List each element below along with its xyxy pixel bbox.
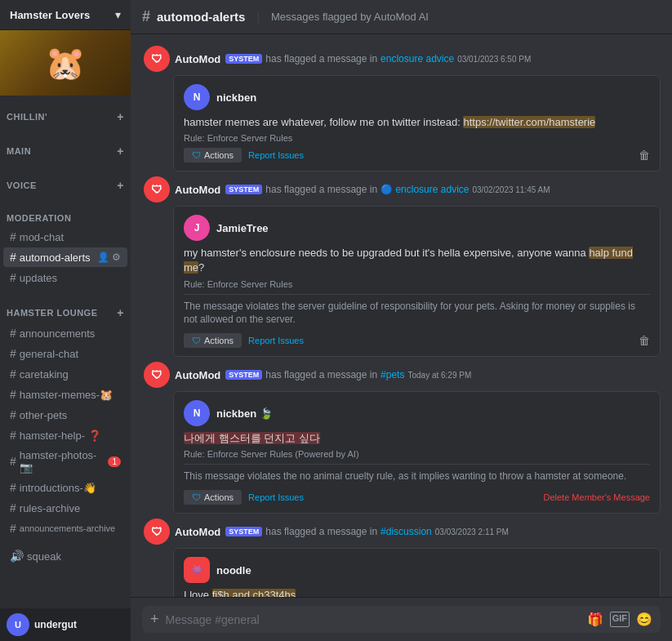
emoji-icon[interactable]: 😊 [636, 612, 652, 627]
flagged-rule: Rule: Enforce Server Rules [184, 279, 650, 289]
sidebar-item-hamster-memes[interactable]: # hamster-memes-🐹 [3, 385, 127, 404]
username: nickben [216, 91, 256, 104]
highlight: fi$h and ch33t4hs [212, 589, 296, 597]
user-row: 👾 noodle [184, 557, 650, 583]
flagged-message: 나에게 햄스터를 던지고 싶다 [184, 431, 650, 446]
section-voice-channels: 🔊 squeak [0, 542, 131, 570]
highlight: halp fund me [184, 247, 633, 274]
sidebar-item-introductions[interactable]: # introductions-👋 [3, 478, 127, 497]
hash-icon: # [10, 251, 16, 264]
action-row: 🛡 Actions Report Issues 🗑 [184, 148, 650, 162]
server-name: Hamster Lovers [10, 9, 90, 21]
hash-icon: # [10, 367, 16, 381]
report-issues-link[interactable]: Report Issues [248, 336, 304, 345]
hash-icon: # [10, 408, 16, 421]
sidebar-item-mod-chat[interactable]: # mod-chat [3, 227, 127, 247]
report-issues-link[interactable]: Report Issues [248, 492, 304, 502]
user-info: undergut [34, 619, 77, 630]
sidebar-item-automod-alerts[interactable]: # automod-alerts 👤 ⚙ [3, 247, 127, 267]
section-voice: VOICE + [0, 164, 131, 198]
action-row: 🛡 Actions Report Issues Delete Member's … [184, 490, 650, 505]
avatar: J [184, 215, 210, 241]
sidebar-item-caretaking[interactable]: # caretaking [3, 364, 127, 384]
gif-icon[interactable]: GIF [610, 612, 630, 627]
action-text: has flagged a message in [265, 53, 377, 65]
highlight: 나에게 햄스터를 던지고 싶다 [184, 432, 320, 444]
actions-button[interactable]: 🛡 Actions [184, 333, 242, 348]
sidebar-item-hamster-help[interactable]: # hamster-help- ❓ [3, 425, 127, 445]
message-input-area: + 🎁 GIF 😊 [131, 597, 672, 641]
alert-header-text: AutoMod SYSTEM has flagged a message in … [175, 369, 471, 381]
automod-avatar: 🛡 [144, 176, 170, 203]
category-moderation[interactable]: MODERATION [0, 202, 131, 226]
unread-badge: 1 [108, 456, 121, 467]
alert-header: 🛡 AutoMod SYSTEM has flagged a message i… [142, 519, 661, 545]
channel-link[interactable]: enclosure advice [381, 53, 454, 65]
main-content: # automod-alerts | Messages flagged by A… [131, 0, 672, 641]
plus-icon[interactable]: + [117, 306, 124, 319]
plus-icon[interactable]: + [117, 110, 124, 123]
hamster-icon: 🐹 [45, 44, 86, 82]
shield-icon: 🛡 [192, 150, 201, 160]
sidebar-item-general-chat[interactable]: # general-chat [3, 344, 127, 363]
sidebar-item-announcements[interactable]: # announcements [3, 323, 127, 343]
plus-icon[interactable]: + [117, 145, 124, 158]
category-hamster-lounge[interactable]: HAMSTER LOUNGE + [0, 295, 131, 323]
flagged-card: 👾 noodle I love fi$h and ch33t4hs Rule: … [173, 548, 661, 597]
automod-avatar: 🛡 [144, 519, 170, 545]
delete-member-message-link[interactable]: Delete Member's Message [544, 492, 651, 502]
system-badge: SYSTEM [225, 527, 262, 536]
highlight: https://twitter.com/hamsterie [463, 116, 595, 128]
timestamp: 03/03/2023 2:11 PM [435, 527, 509, 536]
channel-link[interactable]: #discussion [381, 526, 432, 537]
hash-icon: # [10, 455, 16, 468]
online-indicator: 🍃 [260, 407, 273, 420]
automod-name: AutoMod [175, 526, 220, 538]
sidebar-item-hamster-photos[interactable]: # hamster-photos-📷 1 [3, 446, 127, 477]
flagged-message: I love fi$h and ch33t4hs [184, 588, 650, 597]
actions-button[interactable]: 🛡 Actions [184, 490, 242, 505]
section-hamster-lounge: HAMSTER LOUNGE + # announcements # gener… [0, 292, 131, 542]
sidebar-item-rules-archive[interactable]: # rules-archive [3, 498, 127, 518]
hash-icon: # [10, 388, 16, 401]
plus-icon[interactable]: + [150, 611, 159, 628]
automod-alert: 🛡 AutoMod SYSTEM has flagged a message i… [142, 362, 661, 514]
shield-icon: 🛡 [192, 336, 201, 345]
user-row: J JamieTree [184, 215, 650, 241]
flagged-card: N nickben hamster memes are whatever, fo… [173, 75, 661, 171]
flagged-reason: This message violates the no animal crue… [184, 464, 650, 483]
timestamp: Today at 6:29 PM [407, 371, 471, 380]
sidebar-item-updates[interactable]: # updates [3, 268, 127, 287]
server-header[interactable]: Hamster Lovers ▾ [0, 0, 131, 30]
gift-icon[interactable]: 🎁 [587, 612, 603, 627]
action-text: has flagged a message in [265, 184, 377, 195]
actions-button[interactable]: 🛡 Actions [184, 148, 242, 162]
automod-name: AutoMod [175, 184, 220, 196]
sidebar-item-other-pets[interactable]: # other-pets [3, 405, 127, 425]
action-row: 🛡 Actions Report Issues 🗑 [184, 333, 650, 348]
alert-header: 🛡 AutoMod SYSTEM has flagged a message i… [142, 176, 661, 203]
action-text: has flagged a message in [265, 526, 377, 537]
category-voice[interactable]: VOICE + [0, 167, 131, 195]
trash-icon[interactable]: 🗑 [639, 149, 650, 162]
category-chillin[interactable]: CHILLIN' + [0, 99, 131, 127]
trash-icon[interactable]: 🗑 [639, 334, 650, 347]
hash-icon: # [10, 230, 16, 243]
message-input-actions: 🎁 GIF 😊 [587, 612, 652, 627]
report-issues-link[interactable]: Report Issues [248, 150, 304, 160]
plus-icon[interactable]: + [117, 179, 124, 192]
gear-icon[interactable]: ⚙ [112, 252, 121, 263]
hash-icon: # [10, 481, 16, 494]
channel-link[interactable]: #pets [381, 369, 404, 381]
category-main[interactable]: MAIN + [0, 133, 131, 161]
sidebar-item-announcements-archive[interactable]: # announcements-archive [3, 519, 127, 538]
hash-icon: # [10, 429, 16, 442]
channel-link[interactable]: 🔵 enclosure advice [381, 184, 469, 195]
message-input[interactable] [166, 613, 581, 626]
sidebar-item-squeak[interactable]: 🔊 squeak [3, 546, 127, 566]
messages-area: 🛡 AutoMod SYSTEM has flagged a message i… [131, 34, 672, 597]
section-moderation: MODERATION # mod-chat # automod-alerts 👤… [0, 198, 131, 292]
user-icon[interactable]: 👤 [97, 252, 109, 263]
section-main: MAIN + [0, 130, 131, 164]
channel-settings: 👤 ⚙ [97, 252, 121, 263]
